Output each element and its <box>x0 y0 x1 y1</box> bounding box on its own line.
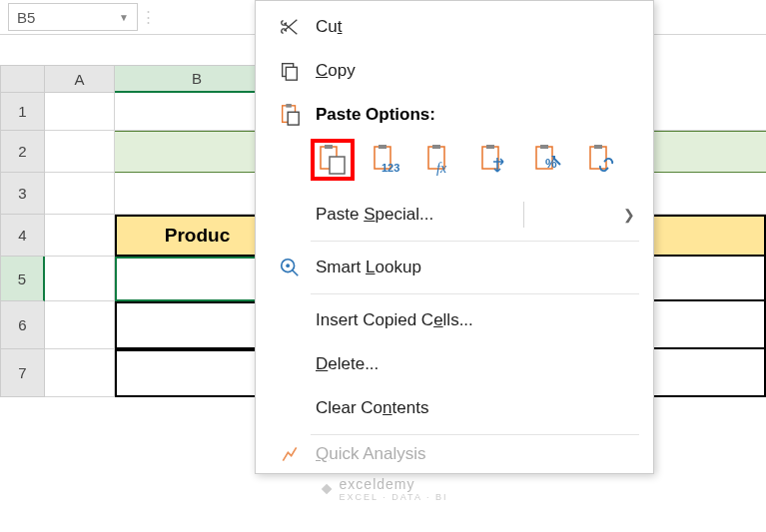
scissors-icon <box>274 16 306 38</box>
row-header-6[interactable]: 6 <box>0 301 45 349</box>
menu-clear-contents[interactable]: Clear Contents <box>256 386 653 430</box>
row-header-2[interactable]: 2 <box>0 131 45 173</box>
watermark: exceldemy EXCEL · DATA · BI <box>319 476 448 502</box>
menu-cut-label: Cut <box>316 17 342 37</box>
menu-quick-analysis[interactable]: Quick Analysis <box>256 439 653 469</box>
paste-option-paste[interactable] <box>311 139 355 181</box>
svg-line-22 <box>293 270 299 276</box>
name-box-dropdown-icon[interactable]: ▼ <box>119 12 129 23</box>
menu-smart-lookup[interactable]: Smart Lookup <box>256 246 653 289</box>
cell-a5[interactable] <box>45 257 115 301</box>
paste-option-link[interactable] <box>580 139 624 181</box>
column-header-a[interactable]: A <box>45 65 115 93</box>
column-headers: A B <box>0 65 280 93</box>
cell-a6[interactable] <box>45 301 115 349</box>
menu-clear-contents-label: Clear Contents <box>316 398 428 418</box>
svg-rect-3 <box>286 104 292 108</box>
menu-separator-2 <box>311 293 639 294</box>
menu-copy-label: Copy <box>316 61 356 81</box>
svg-rect-12 <box>432 145 440 149</box>
menu-insert-copied[interactable]: Insert Copied Cells... <box>256 298 653 342</box>
svg-rect-19 <box>590 147 606 169</box>
watermark-icon <box>319 481 335 497</box>
svg-rect-20 <box>594 145 602 149</box>
paste-option-formulas[interactable]: fx <box>418 139 462 181</box>
svg-point-23 <box>286 264 290 267</box>
svg-rect-4 <box>288 112 299 125</box>
cell-a1[interactable] <box>45 93 115 131</box>
paste-options-row: 123 fx % <box>256 133 653 193</box>
watermark-tagline: EXCEL · DATA · BI <box>340 492 448 502</box>
menu-separator-1 <box>311 241 639 242</box>
excel-window: B5 ▼ ⋮ A B 1 2 3 4 5 6 7 <box>0 0 766 532</box>
cell-a2[interactable] <box>45 131 115 173</box>
menu-insert-copied-label: Insert Copied Cells... <box>316 310 473 330</box>
paste-options-label: Paste Options: <box>316 105 435 125</box>
watermark-brand: exceldemy <box>340 476 448 492</box>
menu-separator-3 <box>311 434 639 435</box>
menu-quick-analysis-label: Quick Analysis <box>316 444 426 464</box>
paste-option-formatting[interactable]: % <box>526 139 570 181</box>
svg-rect-14 <box>482 147 498 169</box>
svg-rect-1 <box>286 67 297 80</box>
right-cells <box>649 93 766 397</box>
row-header-7[interactable]: 7 <box>0 349 45 397</box>
quick-analysis-icon <box>274 444 306 464</box>
select-all-corner[interactable] <box>0 65 45 93</box>
menu-paste-options-header: Paste Options: <box>256 93 653 133</box>
menu-paste-special[interactable]: Paste Special... ❯ <box>256 193 653 237</box>
context-menu: Cut Copy Paste Options: 123 fx <box>255 0 654 474</box>
smart-lookup-icon <box>274 257 306 278</box>
row-header-4[interactable]: 4 <box>0 215 45 257</box>
row-header-3[interactable]: 3 <box>0 173 45 215</box>
name-box[interactable]: B5 ▼ <box>8 3 138 31</box>
svg-text:123: 123 <box>382 162 399 174</box>
chevron-right-icon: ❯ <box>623 207 635 223</box>
row-header-1[interactable]: 1 <box>0 93 45 131</box>
svg-text:%: % <box>545 156 557 171</box>
cell-a7[interactable] <box>45 349 115 397</box>
row-headers: 1 2 3 4 5 6 7 <box>0 93 45 397</box>
row-header-5[interactable]: 5 <box>0 257 45 301</box>
formula-bar-separator: ⋮ <box>138 8 158 26</box>
menu-delete[interactable]: Delete... <box>256 342 653 386</box>
cell-a4[interactable] <box>45 215 115 257</box>
menu-smart-lookup-label: Smart Lookup <box>316 258 421 277</box>
svg-text:fx: fx <box>436 161 447 176</box>
menu-delete-label: Delete... <box>316 354 379 374</box>
svg-rect-6 <box>325 145 333 149</box>
svg-rect-9 <box>379 145 386 149</box>
svg-rect-15 <box>486 145 494 149</box>
svg-rect-17 <box>540 145 548 149</box>
menu-cut[interactable]: Cut <box>256 5 653 49</box>
paste-option-values[interactable]: 123 <box>365 139 408 181</box>
svg-rect-7 <box>330 157 345 174</box>
paste-option-transpose[interactable] <box>472 139 516 181</box>
menu-paste-special-label: Paste Special... <box>316 205 433 225</box>
cell-a3[interactable] <box>45 173 115 215</box>
copy-icon <box>274 60 306 82</box>
name-box-value: B5 <box>17 9 35 26</box>
clipboard-icon <box>274 103 306 127</box>
menu-copy[interactable]: Copy <box>256 49 653 93</box>
